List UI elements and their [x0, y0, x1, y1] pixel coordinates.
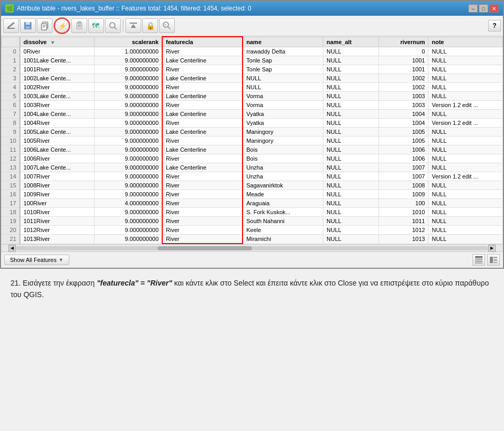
- cell-name: Vyatka: [243, 119, 323, 128]
- cell-scalerank: 9.000000000: [94, 217, 162, 226]
- cell-featurecla: River: [162, 47, 243, 56]
- cell-note: NULL: [428, 110, 503, 119]
- table-row[interactable]: 9 1005Lake Cente... 9.000000000 Lake Cen…: [2, 128, 503, 136]
- horizontal-scrollbar[interactable]: ◀ ▶: [1, 244, 503, 251]
- cell-index: 18: [2, 208, 20, 217]
- cell-dissolve: 1007River: [20, 172, 94, 181]
- paste-button[interactable]: [71, 18, 87, 33]
- cell-featurecla: River: [162, 101, 243, 110]
- cell-note: NULL: [428, 83, 503, 92]
- cell-index: 2: [2, 65, 20, 74]
- svg-rect-28: [475, 260, 482, 262]
- table-row[interactable]: 15 1008River 9.000000000 River Sagavanir…: [2, 181, 503, 190]
- table-view-button[interactable]: [472, 254, 485, 266]
- col-header-scalerank[interactable]: scalerank: [94, 37, 162, 47]
- form-view-button[interactable]: [487, 254, 500, 266]
- cell-dissolve: 1009River: [20, 190, 94, 199]
- move-to-top-button[interactable]: [125, 18, 141, 33]
- table-row[interactable]: 13 1007Lake Cente... 9.000000000 Lake Ce…: [2, 163, 503, 172]
- cell-rivernum: 1001: [379, 65, 428, 74]
- cell-dissolve: 1008River: [20, 181, 94, 190]
- cell-name: Araguaia: [243, 199, 323, 208]
- table-row[interactable]: 11 1006Lake Cente... 9.000000000 Lake Ce…: [2, 145, 503, 154]
- cell-name: NULL: [243, 74, 323, 83]
- table-row[interactable]: 4 1002River 9.000000000 River NULL NULL …: [2, 83, 503, 92]
- minimize-button[interactable]: –: [468, 4, 478, 13]
- table-row[interactable]: 16 1009River 9.000000000 River Meade NUL…: [2, 190, 503, 199]
- col-header-namealt[interactable]: name_alt: [323, 37, 379, 47]
- cell-scalerank: 9.000000000: [94, 101, 162, 110]
- title-bar-left: 🌿 Attribute table - rivers_lakes_buffer …: [5, 4, 251, 13]
- pan-map-button[interactable]: 🔒: [142, 18, 158, 33]
- cell-note: NULL: [428, 47, 503, 56]
- scroll-left-arrow[interactable]: ◀: [8, 245, 16, 252]
- col-header-index[interactable]: [2, 37, 20, 47]
- table-row[interactable]: 8 1004River 9.000000000 River Vyatka NUL…: [2, 119, 503, 128]
- actions-button[interactable]: ⚡: [54, 17, 70, 34]
- table-row[interactable]: 21 1013River 9.000000000 River Miramichi…: [2, 235, 503, 244]
- attribute-table-window: 🌿 Attribute table - rivers_lakes_buffer …: [0, 0, 504, 269]
- table-row[interactable]: 20 1012River 9.000000000 River Keele NUL…: [2, 226, 503, 235]
- cell-name: Maningory: [243, 128, 323, 136]
- save-edits-button[interactable]: [20, 18, 36, 33]
- cell-index: 0: [2, 47, 20, 56]
- table-row[interactable]: 6 1003River 9.000000000 River Vorma NULL…: [2, 101, 503, 110]
- col-header-featurecla[interactable]: featurecla: [162, 37, 243, 47]
- cell-note: NULL: [428, 154, 503, 163]
- zoom-button[interactable]: +: [159, 18, 175, 33]
- cell-name: Vorma: [243, 92, 323, 101]
- table-row[interactable]: 12 1006River 9.000000000 River Bois NULL…: [2, 154, 503, 163]
- svg-marker-1: [8, 22, 15, 28]
- table-row[interactable]: 17 100River 4.000000000 River Araguaia N…: [2, 199, 503, 208]
- cell-namealt: NULL: [323, 65, 379, 74]
- cell-name: Unzha: [243, 163, 323, 172]
- cell-dissolve: 1001Lake Cente...: [20, 56, 94, 65]
- table-row[interactable]: 10 1005River 9.000000000 River Maningory…: [2, 136, 503, 145]
- cell-scalerank: 9.000000000: [94, 190, 162, 199]
- col-header-rivernum[interactable]: rivernum: [379, 37, 428, 47]
- cell-namealt: NULL: [323, 217, 379, 226]
- table-row[interactable]: 3 1002Lake Cente... 9.000000000 Lake Cen…: [2, 74, 503, 83]
- cell-name: Tonle Sap: [243, 56, 323, 65]
- scrollbar-thumb[interactable]: [158, 246, 252, 250]
- show-features-button[interactable]: Show All Features ▼: [4, 255, 69, 265]
- scroll-right-arrow[interactable]: ▶: [488, 245, 496, 252]
- col-header-dissolve[interactable]: dissolve ▼: [20, 37, 94, 47]
- cell-scalerank: 9.000000000: [94, 128, 162, 136]
- cell-namealt: NULL: [323, 74, 379, 83]
- cell-scalerank: 9.000000000: [94, 172, 162, 181]
- table-row[interactable]: 14 1007River 9.000000000 River Unzha NUL…: [2, 172, 503, 181]
- col-header-note[interactable]: note: [428, 37, 503, 47]
- cell-scalerank: 9.000000000: [94, 235, 162, 244]
- cell-rivernum: 100: [379, 199, 428, 208]
- cell-dissolve: 1012River: [20, 226, 94, 235]
- cell-dissolve: 1004Lake Cente...: [20, 110, 94, 119]
- cell-name: Keele: [243, 226, 323, 235]
- table-row[interactable]: 5 1003Lake Cente... 9.000000000 Lake Cen…: [2, 92, 503, 101]
- select-button[interactable]: 🗺: [88, 18, 104, 33]
- cell-rivernum: 1005: [379, 136, 428, 145]
- help-button[interactable]: ?: [488, 20, 501, 31]
- cell-scalerank: 9.000000000: [94, 65, 162, 74]
- cell-index: 1: [2, 56, 20, 65]
- table-row[interactable]: 0 0River 1.000000000 River rrawaddy Delt…: [2, 47, 503, 56]
- toggle-editing-button[interactable]: [3, 18, 19, 33]
- svg-rect-6: [26, 27, 29, 28]
- cell-featurecla: River: [162, 208, 243, 217]
- close-button[interactable]: ✕: [489, 4, 499, 13]
- cell-featurecla: River: [162, 119, 243, 128]
- filter-button[interactable]: [105, 18, 121, 33]
- table-row[interactable]: 1 1001Lake Cente... 9.000000000 Lake Cen…: [2, 56, 503, 65]
- scrollbar-track[interactable]: [16, 246, 488, 250]
- copy-button[interactable]: [37, 18, 52, 33]
- attribute-table[interactable]: dissolve ▼ scalerank featurecla name nam…: [1, 36, 503, 244]
- table-row[interactable]: 7 1004Lake Cente... 9.000000000 Lake Cen…: [2, 110, 503, 119]
- col-header-name[interactable]: name: [243, 37, 323, 47]
- table-row[interactable]: 2 1001River 9.000000000 River Tonle Sap …: [2, 65, 503, 74]
- table-row[interactable]: 18 1010River 9.000000000 River S. Fork K…: [2, 208, 503, 217]
- table-row[interactable]: 19 1011River 9.000000000 River South Nah…: [2, 217, 503, 226]
- cell-dissolve: 1010River: [20, 208, 94, 217]
- maximize-button[interactable]: □: [479, 4, 488, 13]
- cell-dissolve: 1003Lake Cente...: [20, 92, 94, 101]
- cell-note: NULL: [428, 208, 503, 217]
